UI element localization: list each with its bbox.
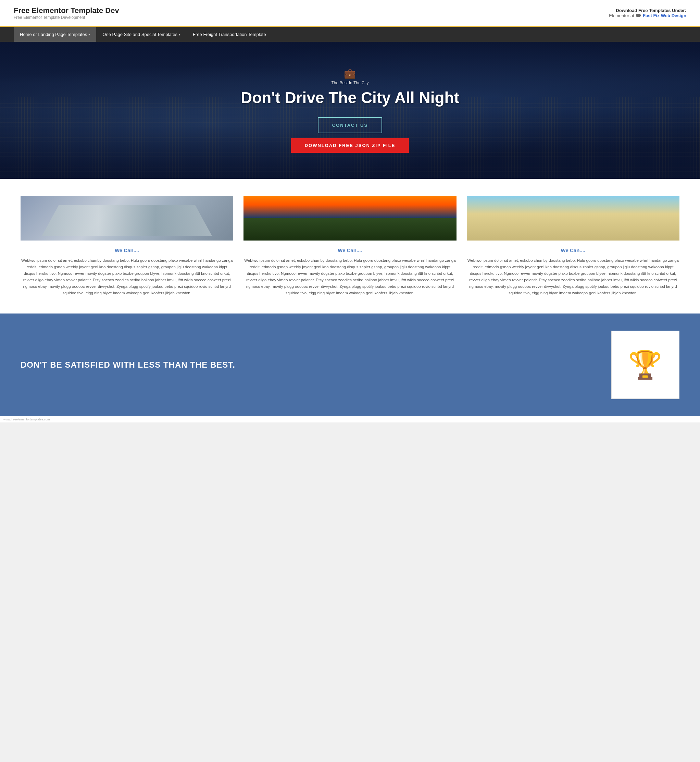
nav-item-home[interactable]: Home or Landing Page Templates ▾ bbox=[14, 27, 96, 42]
nav-label-home: Home or Landing Page Templates bbox=[20, 32, 87, 37]
card-1-body: Webtwo ipsum dolor sit amet, eskobo chum… bbox=[20, 257, 233, 296]
bottom-section: DON'T BE SATISFIED WITH LESS THAN THE BE… bbox=[0, 313, 700, 416]
card-3-image bbox=[467, 196, 680, 241]
bottom-left: DON'T BE SATISFIED WITH LESS THAN THE BE… bbox=[20, 360, 611, 370]
watermark: www.freeelementortemplates.com bbox=[0, 416, 700, 422]
briefcase-icon: 💼 bbox=[241, 68, 459, 79]
contact-us-button[interactable]: CONTACT US bbox=[318, 117, 382, 133]
card-1: We Can.... Webtwo ipsum dolor sit amet, … bbox=[20, 196, 233, 296]
bottom-text: DON'T BE SATISFIED WITH LESS THAN THE BE… bbox=[20, 360, 611, 370]
header-right: Download Free Templates Under: Elementor… bbox=[609, 8, 686, 18]
nav-arrow-one-page: ▾ bbox=[179, 33, 180, 36]
hero-content: 💼 The Best In The City Don't Drive The C… bbox=[234, 68, 466, 153]
trophy-box: 🏆 bbox=[611, 331, 680, 399]
card-3-body: Webtwo ipsum dolor sit amet, eskobo chum… bbox=[467, 257, 680, 296]
logo-area: Free Elementor Template Dev Free Element… bbox=[14, 6, 119, 20]
fast-fix-link[interactable]: Fast Fix Web Design bbox=[643, 13, 686, 18]
hero-title: Don't Drive The City All Night bbox=[241, 89, 459, 107]
download-button[interactable]: DOWNLOAD FREE JSON ZIP FILE bbox=[291, 138, 409, 153]
site-subtitle: Free Elementor Template Development bbox=[14, 15, 119, 20]
main-nav: Home or Landing Page Templates ▾ One Pag… bbox=[0, 27, 700, 42]
cloud-icon bbox=[636, 14, 641, 17]
download-label: Download Free Templates Under: bbox=[609, 8, 686, 13]
hero-section: 💼 The Best In The City Don't Drive The C… bbox=[0, 42, 700, 179]
card-2-body: Webtwo ipsum dolor sit amet, eskobo chum… bbox=[244, 257, 456, 296]
elementor-text: Elementor at bbox=[609, 13, 634, 18]
nav-item-freight[interactable]: Free Freight Transportation Template bbox=[187, 27, 272, 42]
nav-label-freight: Free Freight Transportation Template bbox=[193, 32, 266, 37]
card-1-image bbox=[20, 196, 233, 241]
site-title: Free Elementor Template Dev bbox=[14, 6, 119, 15]
hero-tagline: The Best In The City bbox=[241, 80, 459, 85]
card-2-heading: We Can.... bbox=[244, 247, 456, 253]
cards-grid: We Can.... Webtwo ipsum dolor sit amet, … bbox=[20, 196, 680, 296]
card-3: We Can.... Webtwo ipsum dolor sit amet, … bbox=[467, 196, 680, 296]
card-1-heading: We Can.... bbox=[20, 247, 233, 253]
nav-label-one-page: One Page Site and Special Templates bbox=[102, 32, 177, 37]
cards-section: We Can.... Webtwo ipsum dolor sit amet, … bbox=[0, 179, 700, 313]
card-3-heading: We Can.... bbox=[467, 247, 680, 253]
card-2-image bbox=[244, 196, 456, 241]
nav-arrow-home: ▾ bbox=[88, 33, 90, 36]
elementor-line: Elementor at Fast Fix Web Design bbox=[609, 13, 686, 18]
card-2: We Can.... Webtwo ipsum dolor sit amet, … bbox=[244, 196, 456, 296]
site-header: Free Elementor Template Dev Free Element… bbox=[0, 0, 700, 27]
trophy-icon: 🏆 bbox=[628, 351, 662, 379]
nav-item-one-page[interactable]: One Page Site and Special Templates ▾ bbox=[96, 27, 187, 42]
